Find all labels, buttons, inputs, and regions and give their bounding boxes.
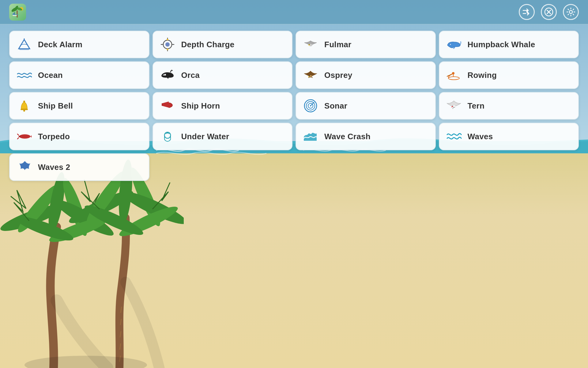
svg-point-40 — [164, 75, 165, 75]
sound-icon-ocean — [15, 66, 33, 84]
sound-icon-sonar — [302, 97, 319, 115]
sound-label-waves-2: Waves 2 — [38, 163, 70, 172]
settings-button[interactable] — [563, 4, 579, 20]
palm-trees — [0, 153, 184, 368]
settings-icon — [566, 7, 575, 17]
sound-icon-osprey — [302, 66, 319, 84]
close-icon — [544, 7, 553, 17]
app-header — [0, 0, 588, 25]
sound-icon-waves-2 — [15, 158, 33, 176]
sound-label-orca: Orca — [181, 71, 200, 80]
sound-card-fulmar[interactable]: Fulmar — [296, 31, 436, 58]
sound-label-fulmar: Fulmar — [324, 40, 351, 49]
header-right — [519, 4, 579, 20]
sound-icon-torpedo — [15, 128, 33, 145]
sound-icon-ship-bell — [15, 97, 33, 115]
close-button[interactable] — [541, 4, 557, 20]
sound-icon-rowing — [445, 66, 463, 84]
sound-card-waves-2[interactable]: Waves 2 — [9, 153, 149, 181]
sound-label-deck-alarm: Deck Alarm — [38, 40, 82, 49]
sound-card-ship-horn[interactable]: Ship Horn — [153, 92, 293, 120]
sound-card-tern[interactable]: Tern — [439, 92, 579, 120]
sound-card-under-water[interactable]: Under Water — [153, 123, 293, 150]
svg-point-29 — [569, 10, 572, 13]
sound-label-ocean: Ocean — [38, 71, 63, 80]
sound-card-sonar[interactable]: Sonar — [296, 92, 436, 120]
sound-card-depth-charge[interactable]: Depth Charge — [153, 31, 293, 58]
sound-label-rowing: Rowing — [468, 71, 497, 80]
sound-icon-wave-crash — [302, 128, 319, 145]
app-logo — [9, 4, 26, 21]
svg-point-43 — [448, 77, 459, 80]
sound-label-depth-charge: Depth Charge — [181, 40, 235, 49]
sound-icon-orca — [159, 66, 176, 84]
shuffle-icon — [522, 7, 531, 17]
shuffle-button[interactable] — [519, 4, 535, 20]
sound-card-orca[interactable]: Orca — [153, 61, 293, 89]
header-left — [9, 4, 30, 21]
sound-label-waves: Waves — [468, 132, 493, 141]
svg-point-47 — [23, 110, 25, 112]
sound-grid: Deck AlarmDepth ChargeFulmarHumpback Wha… — [6, 28, 582, 184]
sound-card-deck-alarm[interactable]: Deck Alarm — [9, 31, 149, 58]
sound-icon-tern — [445, 97, 463, 115]
sound-card-osprey[interactable]: Osprey — [296, 61, 436, 89]
svg-point-44 — [452, 72, 454, 75]
svg-rect-57 — [19, 136, 21, 137]
svg-point-38 — [450, 44, 451, 45]
sound-card-ocean[interactable]: Ocean — [9, 61, 149, 89]
sound-card-wave-crash[interactable]: Wave Crash — [296, 123, 436, 150]
sound-label-wave-crash: Wave Crash — [324, 132, 371, 141]
svg-rect-31 — [19, 49, 29, 50]
sound-card-torpedo[interactable]: Torpedo — [9, 123, 149, 150]
sound-label-torpedo: Torpedo — [38, 132, 70, 141]
sound-icon-ship-horn — [159, 97, 176, 115]
svg-point-42 — [309, 75, 310, 76]
svg-point-34 — [167, 39, 168, 40]
sound-label-humpback-whale: Humpback Whale — [468, 40, 535, 49]
sound-label-under-water: Under Water — [181, 132, 229, 141]
sound-label-osprey: Osprey — [324, 71, 352, 80]
sound-card-rowing[interactable]: Rowing — [439, 61, 579, 89]
sound-icon-humpback-whale — [445, 36, 463, 53]
svg-point-46 — [23, 101, 25, 102]
sound-icon-deck-alarm — [15, 36, 33, 53]
sound-label-tern: Tern — [468, 101, 485, 111]
svg-line-53 — [311, 102, 314, 106]
svg-point-19 — [24, 356, 147, 368]
svg-point-33 — [165, 42, 170, 47]
sound-card-waves[interactable]: Waves — [439, 123, 579, 150]
sound-icon-fulmar — [302, 36, 319, 53]
sound-label-ship-bell: Ship Bell — [38, 101, 73, 111]
sound-icon-waves — [445, 128, 463, 145]
sound-label-ship-horn: Ship Horn — [181, 101, 220, 111]
sound-card-ship-bell[interactable]: Ship Bell — [9, 92, 149, 120]
svg-point-35 — [167, 49, 168, 50]
sound-icon-under-water — [159, 128, 176, 145]
sound-card-humpback-whale[interactable]: Humpback Whale — [439, 31, 579, 58]
sound-icon-depth-charge — [159, 36, 176, 53]
sound-label-sonar: Sonar — [324, 101, 347, 111]
svg-point-56 — [19, 134, 30, 139]
